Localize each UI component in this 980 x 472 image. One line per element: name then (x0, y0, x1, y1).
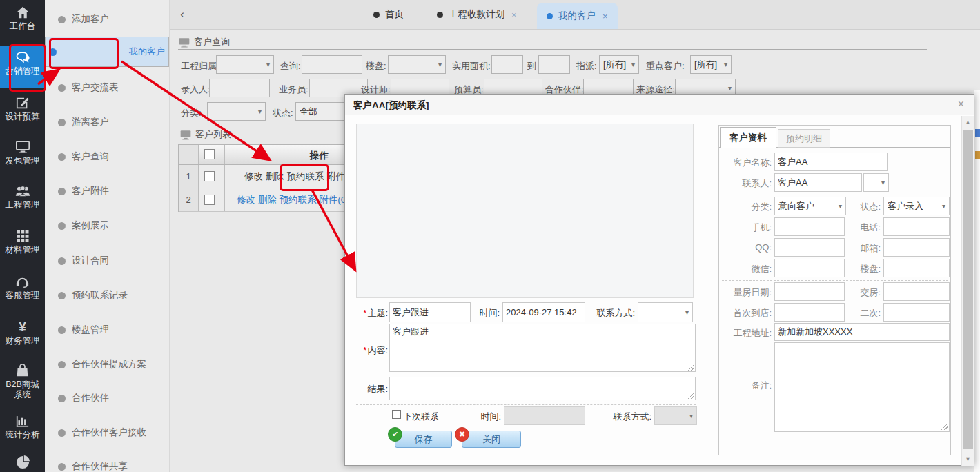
menu-item-partner-customer-receive[interactable]: 合作伙伴客户接收 (45, 420, 169, 446)
next-contact-checkbox[interactable] (392, 410, 401, 419)
key-customer-select[interactable]: [所有]▾ (690, 55, 732, 74)
scroll-down-icon[interactable]: ▼ (965, 455, 971, 462)
required-mark: * (363, 345, 366, 355)
bullet-icon (58, 153, 66, 161)
tab-home[interactable]: 首页 (373, 0, 404, 29)
sidebar-item-outsourcing[interactable]: 发包管理 (0, 141, 45, 166)
assign-select[interactable]: [所有]▾ (599, 55, 639, 74)
building-select[interactable]: ▾ (388, 55, 446, 74)
second-visit-input[interactable] (883, 303, 950, 322)
pie-chart-icon (16, 455, 30, 469)
first-visit-input[interactable] (774, 303, 845, 322)
sidebar-item-label: 客服管理 (0, 291, 45, 301)
time-input[interactable] (502, 302, 585, 322)
tab-appointment-detail[interactable]: 预约明细 (778, 129, 830, 148)
menu-item-design-contract[interactable]: 设计合同 (45, 248, 169, 274)
sidebar-item-materials[interactable]: 材料管理 (0, 230, 45, 255)
sidebar-item-statistics[interactable]: 统计分析 (0, 415, 45, 440)
resize-grip-icon[interactable] (941, 424, 948, 430)
menu-item-building-management[interactable]: 楼盘管理 (45, 317, 169, 343)
row-action-links[interactable]: 修改 删除 预约联系 附件(0) (237, 194, 349, 206)
delivery-input[interactable] (883, 282, 950, 301)
scroll-up-icon[interactable]: ▲ (965, 119, 971, 126)
primary-sidebar: 工作台 营销管理 设计预算 发包管理 工程管理 材料管理 客服管理 ¥ 财务管理 (0, 0, 45, 472)
content-textarea[interactable]: 客户跟进 (389, 324, 696, 372)
sidebar-item-label: 工程管理 (0, 200, 45, 210)
category-label: 分类: (719, 201, 772, 213)
sidebar-item-workbench[interactable]: 工作台 (0, 6, 45, 32)
customer-name-input[interactable] (774, 153, 888, 171)
sidebar-item-finance[interactable]: ¥ 财务管理 (0, 319, 45, 346)
close-icon[interactable]: × (958, 98, 964, 110)
bullet-icon (58, 292, 66, 299)
resize-grip-icon[interactable] (688, 364, 694, 371)
project-address-label: 工程地址: (719, 327, 772, 340)
wechat-input[interactable] (774, 259, 845, 277)
row-action-links[interactable]: 修改 删除 预约联系 附件 (244, 170, 345, 183)
building-input[interactable] (883, 259, 950, 277)
row-checkbox[interactable] (204, 171, 215, 181)
query-input[interactable] (302, 55, 362, 74)
bullet-icon (58, 222, 66, 230)
project-owner-select[interactable]: ▾ (216, 55, 274, 74)
menu-item-customer-query[interactable]: 客户查询 (45, 144, 169, 170)
phone-input[interactable] (883, 217, 950, 236)
email-input[interactable] (883, 238, 950, 257)
usable-area-from-input[interactable] (491, 55, 523, 74)
sidebar-item-b2b-mall[interactable]: B2B商城系统 (0, 364, 45, 400)
status-select[interactable]: 客户录入▾ (883, 197, 950, 215)
chevron-down-icon: ▾ (724, 61, 727, 68)
remark-textarea[interactable] (774, 342, 950, 432)
menu-item-partner[interactable]: 合作伙伴 (45, 385, 169, 411)
menu-item-case-display[interactable]: 案例展示 (45, 213, 169, 239)
scrollbar-thumb[interactable] (963, 130, 973, 449)
customer-list-header: 客户列表 (180, 128, 231, 141)
sidebar-item-label: 工作台 (0, 21, 45, 32)
field-label-category: 分类: (181, 107, 202, 119)
select-all-checkbox[interactable] (204, 149, 215, 159)
sidebar-item-marketing[interactable]: 营销管理 (0, 46, 45, 88)
project-address-input[interactable] (774, 323, 950, 341)
menu-item-customer-attachments[interactable]: 客户附件 (45, 178, 169, 204)
tab-customer-profile[interactable]: 客户资料 (720, 127, 776, 148)
qq-input[interactable] (774, 238, 845, 257)
sidebar-item-customer-service[interactable]: 客服管理 (0, 275, 45, 301)
divider (356, 429, 696, 429)
menu-item-add-customer[interactable]: 添加客户 (45, 6, 169, 32)
sidebar-item-design-budget[interactable]: 设计预算 (0, 97, 45, 122)
close-icon[interactable]: × (602, 11, 608, 21)
sidebar-item-project[interactable]: 工程管理 (0, 186, 45, 210)
mobile-input[interactable] (774, 217, 845, 236)
resize-grip-icon[interactable] (688, 393, 694, 399)
usable-area-to-input[interactable] (538, 55, 570, 74)
sidebar-item-label: 发包管理 (0, 156, 45, 166)
dialog-scrollbar[interactable]: ▲ ▼ (961, 116, 974, 466)
subject-input[interactable] (389, 302, 471, 322)
tabs-scroll-left-button[interactable]: ‹ (171, 0, 193, 29)
save-button[interactable]: 保存 (395, 431, 452, 448)
menu-item-partner-commission[interactable]: 合作伙伴提成方案 (45, 351, 169, 377)
sidebar-item-bottom[interactable] (0, 455, 45, 472)
menu-item-appointment-records[interactable]: 预约联系记录 (45, 282, 169, 308)
category-select[interactable]: ▾ (207, 102, 266, 121)
field-label-key-customer: 重点客户: (646, 60, 685, 72)
tab-my-customers[interactable]: 我的客户 × (537, 3, 618, 29)
menu-item-my-customers[interactable]: 我的客户 (45, 37, 169, 67)
menu-item-customer-communication[interactable]: 客户交流表 (45, 75, 169, 101)
close-icon[interactable]: × (511, 10, 517, 20)
menu-item-free-customers[interactable]: 游离客户 (45, 109, 169, 135)
contact-person-select[interactable]: ▾ (863, 173, 889, 192)
bullet-icon (58, 463, 66, 471)
entered-by-input[interactable] (209, 79, 270, 97)
tab-project-payment-plan[interactable]: 工程收款计划 × (437, 0, 517, 29)
row-checkbox[interactable] (204, 195, 215, 205)
category-select[interactable]: 意向客户▾ (774, 197, 846, 215)
contact-method-select[interactable]: ▾ (638, 302, 693, 322)
result-textarea[interactable] (389, 377, 696, 400)
dialog-close-button[interactable]: 关闭 (462, 431, 521, 448)
menu-item-partner-share[interactable]: 合作伙伴共享 (45, 453, 169, 472)
monitor-icon (16, 141, 30, 153)
contact-person-input[interactable] (774, 173, 862, 192)
measure-date-input[interactable] (774, 282, 845, 301)
bullet-icon (58, 257, 66, 265)
